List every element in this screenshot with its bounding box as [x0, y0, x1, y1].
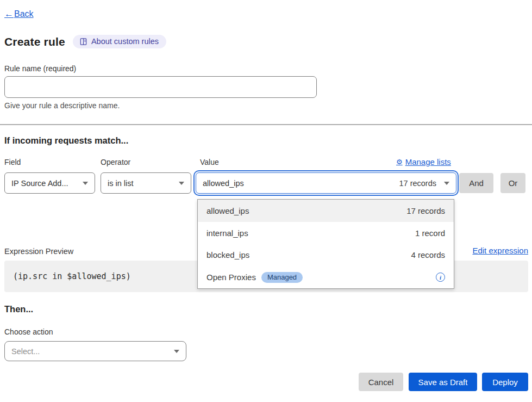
chevron-down-icon	[174, 350, 179, 353]
list-name: blocked_ips	[206, 250, 249, 259]
about-custom-rules-badge[interactable]: About custom rules	[73, 35, 166, 48]
rule-name-input[interactable]	[4, 76, 317, 98]
action-select[interactable]: Select...	[4, 341, 186, 361]
edit-expression-link[interactable]: Edit expression	[472, 246, 528, 255]
dropdown-item-blocked-ips[interactable]: blocked_ips 4 records	[198, 244, 454, 267]
field-select[interactable]: IP Source Add...	[4, 172, 95, 194]
back-arrow-icon: ←	[4, 9, 14, 20]
value-dropdown-panel: allowed_ips 17 records internal_ips 1 re…	[197, 199, 454, 289]
value-select[interactable]: allowed_ips 17 records	[196, 172, 456, 194]
manage-lists-label: Manage lists	[405, 157, 451, 166]
dropdown-item-open-proxies[interactable]: Open Proxies Managed i	[198, 266, 454, 288]
list-record-count: 1 record	[415, 228, 445, 238]
back-link[interactable]: ←Back	[4, 9, 34, 20]
list-record-count: 4 records	[411, 250, 445, 259]
value-select-value: allowed_ips	[203, 179, 399, 188]
info-icon[interactable]: i	[436, 273, 445, 282]
action-select-placeholder: Select...	[11, 347, 174, 356]
then-section-heading: Then...	[4, 304, 33, 314]
value-label: Value	[200, 158, 219, 166]
deploy-button[interactable]: Deploy	[482, 373, 528, 391]
list-name: Open Proxies	[206, 273, 256, 282]
create-rule-page: ←Back Create rule About custom rules Rul…	[0, 0, 532, 402]
or-button[interactable]: Or	[500, 173, 525, 193]
title-row: Create rule About custom rules	[4, 35, 166, 48]
field-label: Field	[4, 158, 21, 166]
chevron-down-icon	[179, 182, 184, 185]
rule-name-helper: Give your rule a descriptive name.	[4, 101, 120, 110]
about-custom-rules-label: About custom rules	[91, 37, 159, 46]
list-name: internal_ips	[206, 228, 248, 238]
field-select-value: IP Source Add...	[11, 179, 83, 188]
book-icon	[79, 38, 87, 46]
chevron-down-icon	[83, 182, 88, 185]
chevron-down-icon	[444, 182, 449, 185]
value-select-meta: 17 records	[399, 179, 436, 188]
operator-label: Operator	[101, 158, 130, 166]
match-section-heading: If incoming requests match...	[4, 135, 128, 146]
list-record-count: 17 records	[406, 206, 445, 215]
operator-select-value: is in list	[108, 179, 179, 188]
save-as-draft-button[interactable]: Save as Draft	[409, 373, 477, 391]
expression-code: (ip.src in $allowed_ips)	[13, 271, 131, 281]
choose-action-label: Choose action	[4, 327, 53, 336]
dropdown-item-allowed-ips[interactable]: allowed_ips 17 records	[198, 200, 454, 222]
cancel-button[interactable]: Cancel	[359, 373, 403, 391]
operator-select[interactable]: is in list	[101, 172, 191, 194]
list-name: allowed_ips	[206, 206, 249, 215]
section-divider	[0, 124, 532, 125]
gear-icon: ⚙	[396, 158, 403, 166]
manage-lists-link[interactable]: ⚙ Manage lists	[396, 157, 451, 166]
managed-badge: Managed	[261, 272, 303, 283]
and-button[interactable]: And	[459, 173, 493, 193]
dropdown-item-internal-ips[interactable]: internal_ips 1 record	[198, 222, 454, 244]
page-title: Create rule	[4, 35, 65, 48]
expression-preview-label: Expression Preview	[4, 247, 73, 256]
back-label: Back	[14, 9, 34, 19]
rule-name-label: Rule name (required)	[4, 64, 76, 73]
